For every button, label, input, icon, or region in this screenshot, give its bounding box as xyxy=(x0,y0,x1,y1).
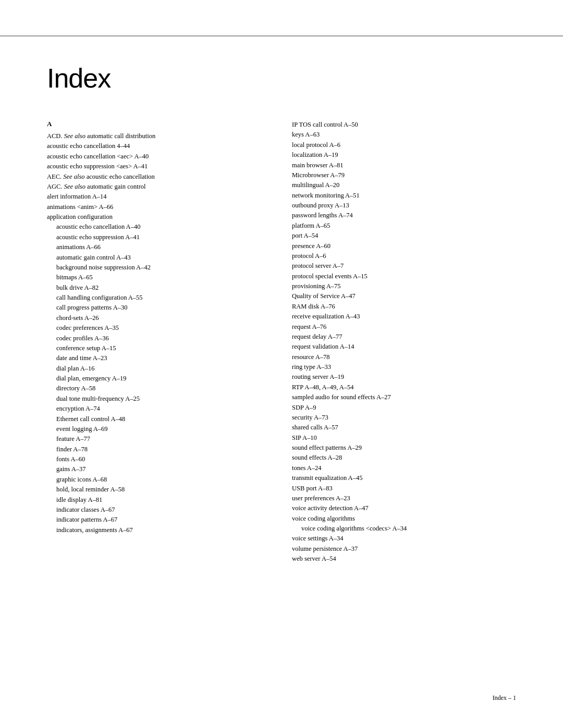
right-entry-30: shared calls A–57 xyxy=(292,423,516,433)
left-entry-2: acoustic echo cancellation <aec> A–40 xyxy=(47,152,271,162)
right-entry-26: RTP A–48, A–49, A–54 xyxy=(292,382,516,392)
left-entry-3: acoustic echo suppression <aes> A–41 xyxy=(47,162,271,171)
left-entry-13: background noise suppression A–42 xyxy=(47,263,271,273)
top-rule xyxy=(0,35,563,36)
left-entry-33: gains A–37 xyxy=(47,464,271,474)
left-entry-9: acoustic echo cancellation A–40 xyxy=(47,222,271,232)
right-entry-20: request A–76 xyxy=(292,322,516,332)
left-entries: ACD. See also automatic call distributio… xyxy=(47,131,271,535)
right-entry-14: protocol server A–7 xyxy=(292,261,516,271)
right-entry-8: outbound proxy A–13 xyxy=(292,201,516,211)
right-entry-1: keys A–63 xyxy=(292,130,516,140)
right-entry-3: localization A–19 xyxy=(292,150,516,160)
right-entry-25: routing server A–19 xyxy=(292,372,516,382)
right-entry-34: tones A–24 xyxy=(292,463,516,473)
right-entry-40: voice coding algorithms <codecs> A–34 xyxy=(292,524,516,534)
left-entry-15: bulk drive A–82 xyxy=(47,283,271,293)
left-entry-5: AGC. See also automatic gain control xyxy=(47,182,271,192)
left-entry-25: directory A–58 xyxy=(47,384,271,393)
right-entry-33: sound effects A–28 xyxy=(292,453,516,463)
right-entry-37: user preferences A–23 xyxy=(292,493,516,503)
left-entry-37: indicator classes A–67 xyxy=(47,505,271,515)
section-letter-a: A xyxy=(47,120,271,128)
left-entry-16: call handling configuration A–55 xyxy=(47,293,271,303)
right-entry-28: SDP A–9 xyxy=(292,403,516,413)
right-entry-43: web server A–54 xyxy=(292,554,516,564)
right-entry-39: voice coding algorithms xyxy=(292,514,516,524)
left-column: A ACD. See also automatic call distribut… xyxy=(47,120,271,564)
left-entry-23: dial plan A–16 xyxy=(47,364,271,374)
right-entry-2: local protocol A–6 xyxy=(292,140,516,150)
left-entry-36: idle display A–81 xyxy=(47,495,271,505)
right-entry-11: port A–54 xyxy=(292,231,516,241)
right-entry-4: main browser A–81 xyxy=(292,161,516,170)
right-entry-6: multilingual A–20 xyxy=(292,180,516,190)
right-entry-41: voice settings A–34 xyxy=(292,534,516,544)
left-entry-22: date and time A–23 xyxy=(47,353,271,363)
right-entry-18: RAM disk A–76 xyxy=(292,302,516,312)
left-entry-27: encryption A–74 xyxy=(47,404,271,414)
left-entry-0: ACD. See also automatic call distributio… xyxy=(47,131,271,141)
left-entry-1: acoustic echo cancellation 4–44 xyxy=(47,141,271,151)
left-entry-24: dial plan, emergency A–19 xyxy=(47,374,271,384)
right-entry-16: provisioning A–75 xyxy=(292,281,516,291)
left-entry-31: finder A–78 xyxy=(47,445,271,454)
right-entry-21: request delay A–77 xyxy=(292,332,516,342)
index-content: A ACD. See also automatic call distribut… xyxy=(47,120,516,564)
left-entry-26: dual tone multi-frequency A–25 xyxy=(47,394,271,404)
right-entry-7: network monitoring A–51 xyxy=(292,191,516,201)
right-entry-32: sound effect patterns A–29 xyxy=(292,443,516,453)
left-entry-6: alert information A–14 xyxy=(47,192,271,202)
left-entry-4: AEC. See also acoustic echo cancellation xyxy=(47,172,271,182)
right-entry-36: USB port A–83 xyxy=(292,484,516,493)
right-entries: IP TOS call control A–50keys A–63local p… xyxy=(292,120,516,564)
right-entry-10: platform A–65 xyxy=(292,221,516,231)
left-entry-17: call progress patterns A–30 xyxy=(47,303,271,313)
right-entry-35: transmit equalization A–45 xyxy=(292,473,516,483)
left-entry-35: hold, local reminder A–58 xyxy=(47,485,271,495)
left-entry-28: Ethernet call control A–48 xyxy=(47,414,271,424)
right-entry-38: voice activity detection A–47 xyxy=(292,503,516,513)
left-entry-38: indicator patterns A–67 xyxy=(47,515,271,525)
right-entry-31: SIP A–10 xyxy=(292,433,516,443)
left-entry-21: conference setup A–15 xyxy=(47,343,271,353)
right-entry-24: ring type A–33 xyxy=(292,362,516,372)
right-entry-9: password lengths A–74 xyxy=(292,211,516,220)
right-entry-0: IP TOS call control A–50 xyxy=(292,120,516,130)
left-entry-7: animations <anim> A–66 xyxy=(47,202,271,212)
left-entry-32: fonts A–60 xyxy=(47,454,271,464)
left-entry-34: graphic icons A–68 xyxy=(47,475,271,485)
left-entry-29: event logging A–69 xyxy=(47,424,271,434)
left-entry-10: acoustic echo suppression A–41 xyxy=(47,232,271,242)
left-entry-30: feature A–77 xyxy=(47,434,271,444)
page-title: Index xyxy=(47,63,516,94)
left-entry-20: codec profiles A–36 xyxy=(47,334,271,343)
right-entry-22: request validation A–14 xyxy=(292,342,516,352)
right-entry-5: Microbrowser A–79 xyxy=(292,170,516,180)
right-entry-23: resource A–78 xyxy=(292,352,516,362)
right-entry-19: receive equalization A–43 xyxy=(292,312,516,322)
right-entry-42: volume persistence A–37 xyxy=(292,544,516,554)
page-footer: Index – 1 xyxy=(493,694,516,702)
left-entry-19: codec preferences A–35 xyxy=(47,323,271,333)
left-entry-11: animations A–66 xyxy=(47,242,271,252)
right-entry-27: sampled audio for sound effects A–27 xyxy=(292,392,516,402)
right-entry-13: protocol A–6 xyxy=(292,251,516,261)
left-entry-12: automatic gain control A–43 xyxy=(47,253,271,263)
left-entry-39: indicators, assignments A–67 xyxy=(47,525,271,535)
right-entry-29: security A–73 xyxy=(292,413,516,423)
left-entry-14: bitmaps A–65 xyxy=(47,273,271,282)
right-entry-12: presence A–60 xyxy=(292,241,516,251)
left-entry-8: application configuration xyxy=(47,212,271,222)
left-entry-18: chord-sets A–26 xyxy=(47,313,271,323)
right-entry-17: Quality of Service A–47 xyxy=(292,291,516,301)
right-entry-15: protocol special events A–15 xyxy=(292,272,516,281)
right-column: IP TOS call control A–50keys A–63local p… xyxy=(292,120,516,564)
